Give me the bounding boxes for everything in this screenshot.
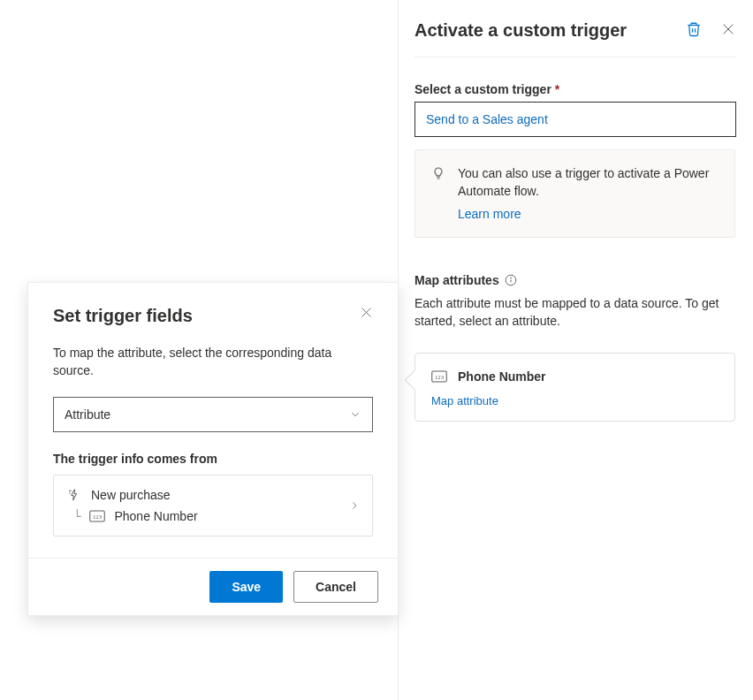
cancel-button[interactable]: Cancel (293, 571, 378, 603)
dialog-footer: Save Cancel (28, 558, 398, 615)
tree-elbow-icon: └ (73, 509, 80, 523)
dropdown-value: Attribute (65, 407, 110, 422)
attribute-dropdown[interactable]: Attribute (53, 397, 373, 432)
map-attributes-header: Map attributes (415, 273, 735, 287)
tip-callout: You can also use a trigger to activate a… (415, 149, 735, 238)
number-field-icon: 123 (431, 370, 447, 383)
chevron-right-icon (349, 500, 360, 511)
source-field: Phone Number (114, 509, 197, 523)
side-panel: Activate a custom trigger Select a custo… (398, 0, 751, 700)
side-panel-header: Activate a custom trigger (415, 18, 735, 57)
required-asterisk: * (555, 82, 559, 96)
map-attributes-label: Map attributes (415, 273, 499, 287)
attribute-card[interactable]: 123 Phone Number Map attribute (415, 353, 735, 422)
map-attribute-link[interactable]: Map attribute (431, 394, 498, 407)
number-field-icon: 123 (89, 510, 105, 522)
close-icon[interactable] (721, 22, 735, 36)
source-event: New purchase (91, 488, 171, 502)
chevron-down-icon (349, 408, 361, 421)
dialog-title: Set trigger fields (53, 306, 193, 326)
save-button[interactable]: Save (209, 571, 283, 603)
dialog-desc: To map the attribute, select the corresp… (53, 344, 373, 379)
set-trigger-fields-dialog: Set trigger fields To map the attribute,… (27, 282, 399, 616)
info-icon[interactable] (505, 274, 517, 286)
svg-text:123: 123 (93, 514, 103, 520)
trigger-field-label: Select a custom trigger * (415, 82, 735, 96)
trash-icon[interactable] (686, 21, 702, 37)
trigger-select-value: Send to a Sales agent (426, 112, 548, 126)
close-icon[interactable] (360, 306, 373, 319)
attribute-name: Phone Number (458, 369, 546, 384)
panel-header-actions (686, 21, 735, 37)
map-attributes-desc: Each attribute must be mapped to a data … (415, 294, 735, 330)
learn-more-link[interactable]: Learn more (458, 205, 521, 223)
dialog-header: Set trigger fields (53, 306, 373, 326)
tip-text: You can also use a trigger to activate a… (458, 166, 709, 198)
panel-title: Activate a custom trigger (415, 18, 627, 42)
lightning-icon (66, 488, 82, 502)
trigger-select[interactable]: Send to a Sales agent (415, 102, 736, 137)
svg-text:123: 123 (435, 374, 445, 380)
svg-point-2 (510, 278, 511, 278)
source-card[interactable]: New purchase └ 123 Phone Number (53, 475, 373, 536)
attribute-card-pointer (405, 370, 425, 391)
source-label: The trigger info comes from (53, 452, 373, 466)
lightbulb-icon (431, 166, 445, 223)
